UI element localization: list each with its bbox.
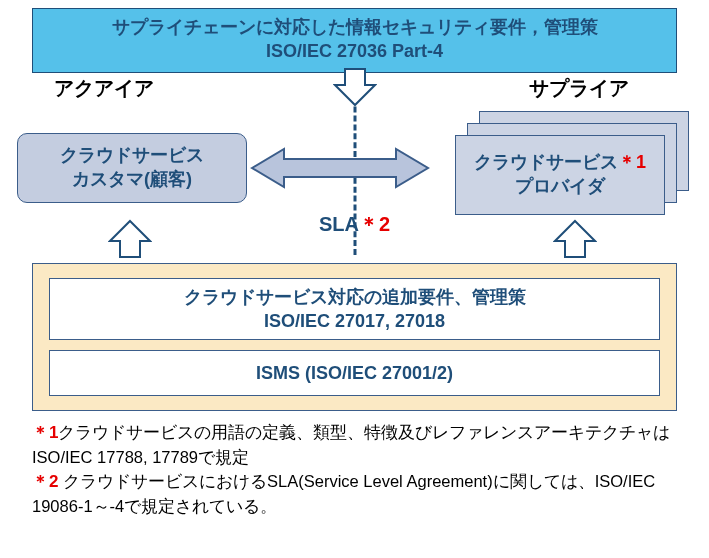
cloud-service-customer-box: クラウドサービス カスタマ(顧客) bbox=[17, 133, 247, 203]
cloud-additional-requirements-box: クラウドサービス対応の追加要件、管理策 ISO/IEC 27017, 27018 bbox=[49, 278, 660, 341]
provider-line2: プロバイダ bbox=[515, 175, 605, 198]
footnote-1-text: クラウドサービスの用語の定義、類型、特徴及びレファレンスアーキテクチャはISO/… bbox=[32, 423, 670, 466]
customer-line1: クラウドサービス bbox=[18, 144, 246, 167]
svg-marker-0 bbox=[335, 69, 375, 105]
sla-text: SLA bbox=[319, 213, 359, 235]
customer-line2: カスタマ(顧客) bbox=[18, 168, 246, 191]
provider-line1-text: クラウドサービス bbox=[474, 152, 618, 172]
acquirer-label: アクアイア bbox=[54, 75, 154, 102]
bottom-wrap: クラウドサービス対応の追加要件、管理策 ISO/IEC 27017, 27018… bbox=[32, 263, 677, 412]
up-arrow-right-icon bbox=[553, 219, 597, 259]
bidirectional-arrow-icon bbox=[250, 145, 430, 191]
box1-line2: ISO/IEC 27017, 27018 bbox=[58, 309, 651, 333]
asterisk-2: ＊2 bbox=[359, 213, 390, 235]
footnote-2-marker: ＊2 bbox=[32, 472, 58, 491]
top-line1: サプライチェーンに対応した情報セキュリティ要件，管理策 bbox=[43, 15, 666, 39]
cloud-service-provider-box: クラウドサービス＊1 プロバイダ bbox=[455, 135, 665, 215]
footnote-1-marker: ＊1 bbox=[32, 423, 58, 442]
top-line2: ISO/IEC 27036 Part-4 bbox=[43, 39, 666, 63]
svg-marker-3 bbox=[555, 221, 595, 257]
footnotes: ＊1クラウドサービスの用語の定義、類型、特徴及びレファレンスアーキテクチャはIS… bbox=[32, 421, 677, 518]
down-arrow-icon bbox=[333, 67, 377, 107]
asterisk-1: ＊1 bbox=[618, 152, 646, 172]
standards-panel: クラウドサービス対応の追加要件、管理策 ISO/IEC 27017, 27018… bbox=[32, 263, 677, 412]
isms-box: ISMS (ISO/IEC 27001/2) bbox=[49, 350, 660, 396]
svg-marker-1 bbox=[252, 149, 428, 187]
sla-label: SLA＊2 bbox=[319, 211, 390, 238]
box2-text: ISMS (ISO/IEC 27001/2) bbox=[256, 363, 453, 383]
provider-line1: クラウドサービス＊1 bbox=[474, 151, 646, 174]
svg-marker-2 bbox=[110, 221, 150, 257]
footnote-2-text: クラウドサービスにおけるSLA(Service Level Agreement)… bbox=[32, 472, 655, 515]
footnote-1: ＊1クラウドサービスの用語の定義、類型、特徴及びレファレンスアーキテクチャはIS… bbox=[32, 421, 677, 470]
supply-chain-requirements-box: サプライチェーンに対応した情報セキュリティ要件，管理策 ISO/IEC 2703… bbox=[32, 8, 677, 73]
cloud-service-provider-stack: クラウドサービス＊1 プロバイダ bbox=[449, 111, 689, 217]
up-arrow-left-icon bbox=[108, 219, 152, 259]
footnote-2: ＊2 クラウドサービスにおけるSLA(Service Level Agreeme… bbox=[32, 470, 677, 519]
box1-line1: クラウドサービス対応の追加要件、管理策 bbox=[58, 285, 651, 309]
supplier-label: サプライア bbox=[529, 75, 629, 102]
